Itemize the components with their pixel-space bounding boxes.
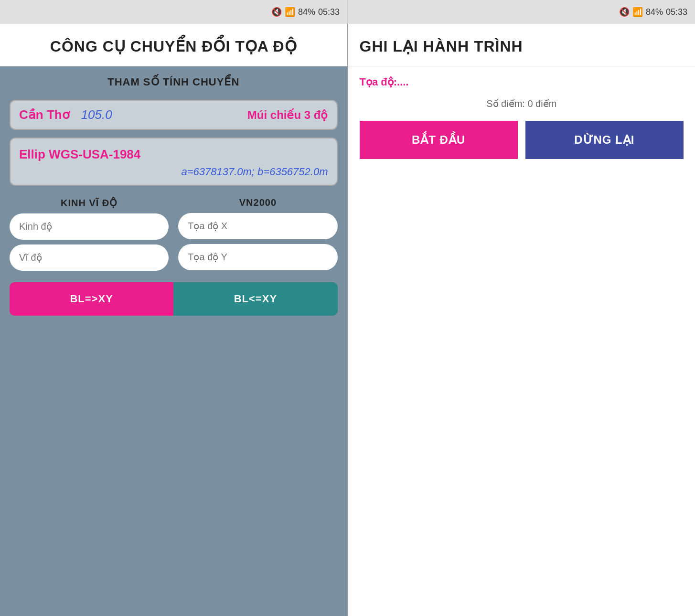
left-header: CÔNG CỤ CHUYỂN ĐỔI TỌA ĐỘ [0, 24, 347, 66]
clock-right: 05:33 [666, 7, 687, 17]
coords-section: KINH VĨ ĐỘ VN2000 [10, 197, 338, 271]
so-diem: Số điểm: 0 điểm [360, 98, 684, 109]
col1-label: KINH VĨ ĐỘ [10, 197, 169, 209]
toa-do-y-input[interactable] [178, 244, 337, 270]
right-title: GHI LẠI HÀNH TRÌNH [360, 38, 523, 55]
right-header: GHI LẠI HÀNH TRÌNH [348, 24, 695, 66]
param-box-1: Cần Thơ 105.0 Múi chiếu 3 độ [10, 100, 338, 130]
section-label: THAM SỐ TÍNH CHUYỂN [10, 76, 338, 88]
status-icons-right: 🔇 📶 84% 05:33 [619, 7, 687, 17]
param-row1: Cần Thơ 105.0 Múi chiếu 3 độ [19, 107, 328, 122]
status-bar-right: 🔇 📶 84% 05:33 [348, 0, 695, 24]
ellip-name: Ellip WGS-USA-1984 [19, 147, 328, 162]
btn-bl-xy[interactable]: BL=>XY [10, 282, 173, 316]
main-content: CÔNG CỤ CHUYỂN ĐỔI TỌA ĐỘ THAM SỐ TÍNH C… [0, 24, 695, 616]
status-icons-left: 🔇 📶 84% 05:33 [271, 7, 340, 17]
projection: Múi chiếu 3 độ [247, 108, 328, 122]
mute-icon-right: 🔇 [619, 7, 630, 17]
col-kinh-vi-do: KINH VĨ ĐỘ [10, 197, 169, 271]
kinh-do-input[interactable] [10, 213, 169, 240]
status-bar: 🔇 📶 84% 05:33 🔇 📶 84% 05:33 [0, 0, 695, 24]
btn-bat-dau[interactable]: BẮT ĐẦU [360, 121, 518, 159]
toa-do-x-input[interactable] [178, 213, 337, 239]
mute-icon: 🔇 [271, 7, 282, 17]
clock-left: 05:33 [318, 7, 340, 17]
col-vn2000: VN2000 [178, 197, 337, 271]
right-panel: GHI LẠI HÀNH TRÌNH Tọa độ:.... Số điểm: … [348, 24, 695, 616]
left-body: THAM SỐ TÍNH CHUYỂN Cần Thơ 105.0 Múi ch… [0, 66, 347, 616]
location-value: 105.0 [81, 107, 112, 122]
battery-left: 84% [298, 7, 315, 17]
wifi-icon-right: 📶 [632, 7, 643, 17]
left-panel: CÔNG CỤ CHUYỂN ĐỔI TỌA ĐỘ THAM SỐ TÍNH C… [0, 24, 348, 616]
right-body: Tọa độ:.... Số điểm: 0 điểm BẮT ĐẦU DỪNG… [348, 66, 695, 616]
wifi-icon: 📶 [285, 7, 295, 17]
status-bar-left: 🔇 📶 84% 05:33 [0, 0, 348, 24]
action-buttons: BẮT ĐẦU DỪNG LẠI [360, 121, 684, 159]
convert-buttons: BL=>XY BL<=XY [10, 282, 338, 316]
left-title: CÔNG CỤ CHUYỂN ĐỔI TỌA ĐỘ [50, 38, 297, 55]
ellip-params: a=6378137.0m; b=6356752.0m [19, 166, 328, 178]
vi-do-input[interactable] [10, 244, 169, 271]
location-name: Cần Thơ [19, 107, 70, 122]
col2-label: VN2000 [178, 197, 337, 208]
param-location: Cần Thơ 105.0 [19, 107, 112, 122]
btn-dung-lai[interactable]: DỪNG LẠI [525, 121, 684, 159]
btn-xy-bl[interactable]: BL<=XY [173, 282, 337, 316]
toa-do-label: Tọa độ:.... [360, 76, 684, 88]
param-box-2: Ellip WGS-USA-1984 a=6378137.0m; b=63567… [10, 138, 338, 186]
battery-right: 84% [646, 7, 663, 17]
